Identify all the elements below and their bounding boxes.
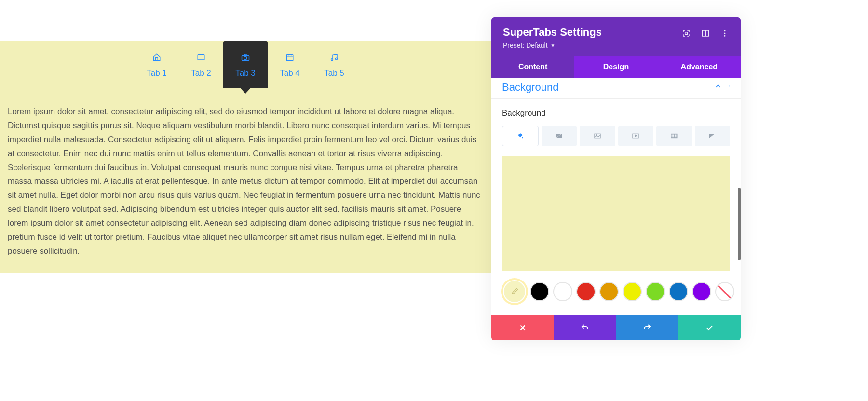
redo-button[interactable] (616, 315, 678, 340)
calendar-icon (285, 53, 295, 62)
svg-rect-3 (286, 55, 293, 61)
bg-type-mask[interactable] (695, 126, 731, 146)
background-label: Background (502, 108, 730, 118)
tab-label: Tab 3 (235, 68, 256, 78)
preset-label: Preset: Default (503, 41, 548, 49)
preview-area: Tab 1 Tab 2 Tab 3 Tab 4 Tab 5 (0, 0, 491, 401)
panel-title: SuperTabs Settings (503, 26, 602, 39)
tab-label: Tab 4 (280, 68, 300, 78)
color-preview[interactable] (502, 156, 730, 271)
swatch-black[interactable] (530, 282, 549, 301)
panel-tab-design[interactable]: Design (574, 56, 657, 78)
swatch-blue[interactable] (669, 282, 688, 301)
svg-rect-6 (685, 32, 688, 35)
bg-type-color[interactable] (502, 126, 539, 146)
svg-point-14 (522, 137, 523, 139)
tab-content-text: Lorem ipsum dolor sit amet, consectetur … (8, 107, 480, 255)
svg-point-12 (729, 86, 730, 87)
svg-point-2 (244, 57, 247, 60)
swatch-orange[interactable] (599, 282, 619, 301)
section-title: Background (502, 81, 558, 94)
scrollbar[interactable] (738, 188, 741, 260)
bg-type-video[interactable] (618, 126, 654, 146)
panel-tab-advanced[interactable]: Advanced (658, 56, 741, 78)
swatch-eyedropper[interactable] (503, 280, 526, 303)
svg-rect-0 (198, 55, 204, 59)
svg-point-13 (729, 87, 730, 87)
swatch-yellow[interactable] (623, 282, 642, 301)
cancel-button[interactable] (491, 315, 554, 340)
panel-footer (491, 315, 741, 340)
panel-header: SuperTabs Settings Preset: Default ▼ (491, 17, 741, 56)
more-icon[interactable] (720, 29, 729, 38)
bg-type-pattern[interactable] (656, 126, 692, 146)
tab-5[interactable]: Tab 5 (312, 48, 356, 88)
section-header[interactable]: Background (491, 78, 741, 99)
section-more-icon[interactable] (728, 82, 730, 92)
tab-3[interactable]: Tab 3 (223, 41, 268, 88)
svg-point-4 (331, 59, 333, 61)
swatch-purple[interactable] (692, 282, 711, 301)
save-button[interactable] (678, 315, 741, 340)
svg-point-5 (336, 58, 338, 60)
snap-icon[interactable] (701, 29, 710, 38)
tab-4[interactable]: Tab 4 (268, 48, 312, 88)
home-icon (152, 53, 162, 62)
chevron-down-icon: ▼ (551, 43, 556, 48)
background-type-tabs (502, 126, 730, 146)
settings-panel: SuperTabs Settings Preset: Default ▼ Con… (491, 17, 741, 340)
collapse-icon[interactable] (715, 83, 721, 92)
svg-point-8 (724, 30, 726, 31)
tab-content-body: Lorem ipsum dolor sit amet, consectetur … (0, 95, 491, 273)
bg-type-image[interactable] (580, 126, 615, 146)
color-swatches (502, 280, 730, 306)
tab-label: Tab 2 (191, 68, 211, 78)
undo-button[interactable] (554, 315, 616, 340)
swatch-none[interactable] (715, 282, 734, 301)
tabs-bar: Tab 1 Tab 2 Tab 3 Tab 4 Tab 5 (0, 41, 491, 95)
swatch-red[interactable] (576, 282, 596, 301)
tab-2[interactable]: Tab 2 (179, 48, 223, 88)
tab-1[interactable]: Tab 1 (135, 48, 179, 88)
swatch-white[interactable] (553, 282, 572, 301)
panel-tab-content[interactable]: Content (491, 56, 574, 78)
svg-point-11 (729, 85, 730, 86)
camera-icon (241, 53, 250, 62)
preset-dropdown[interactable]: Preset: Default ▼ (503, 41, 602, 49)
svg-point-9 (724, 33, 726, 34)
laptop-icon (196, 53, 206, 62)
tab-label: Tab 5 (324, 68, 344, 78)
swatch-green[interactable] (646, 282, 665, 301)
bg-type-gradient[interactable] (542, 126, 577, 146)
expand-icon[interactable] (682, 29, 691, 38)
music-icon (329, 53, 339, 62)
svg-point-10 (724, 35, 726, 37)
panel-tabs: Content Design Advanced (491, 56, 741, 78)
tab-label: Tab 1 (147, 68, 167, 78)
panel-body: Background Background (491, 78, 741, 315)
